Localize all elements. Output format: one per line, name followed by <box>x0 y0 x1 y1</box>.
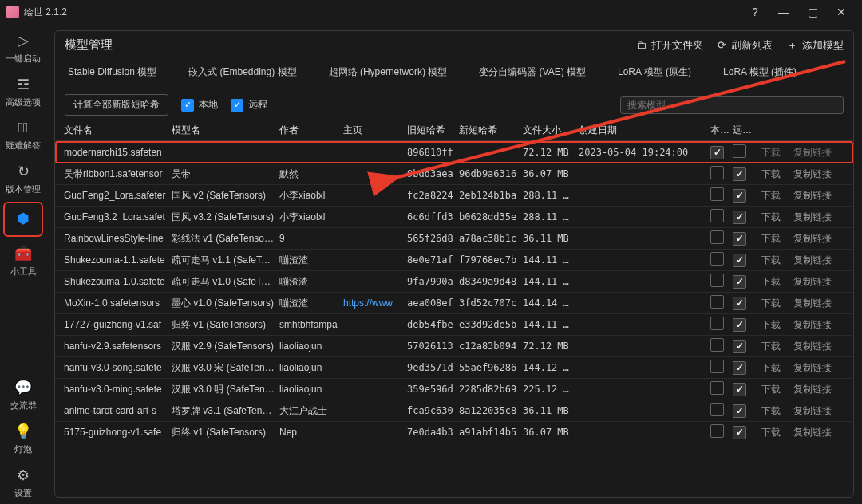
add-model-button[interactable]: ＋添加模型 <box>787 38 844 53</box>
copy-link-button[interactable]: 复制链接 <box>789 340 836 353</box>
col-author[interactable]: 作者 <box>277 124 341 137</box>
download-button[interactable]: 下载 <box>753 340 789 353</box>
table-row[interactable]: 吴带ribbon1.safetensor吴带默然9bdd3aea96db9a63… <box>55 163 853 185</box>
col-size[interactable]: 文件大小 <box>520 124 576 137</box>
cell-local[interactable] <box>708 403 730 419</box>
cell-remote[interactable] <box>730 404 753 418</box>
cell-remote[interactable] <box>730 383 753 396</box>
cell-local[interactable] <box>708 317 730 333</box>
col-local[interactable]: 本地 <box>708 124 730 137</box>
col-remote[interactable]: 远程 <box>730 124 753 137</box>
table-row[interactable]: 5175-guizhong-v1.safe归终 v1 (SafeTensors)… <box>55 422 853 443</box>
remote-filter[interactable]: 远程 <box>231 98 267 112</box>
cell-local[interactable] <box>708 187 730 203</box>
cell-remote[interactable] <box>730 340 753 353</box>
tab-sd[interactable]: Stable Diffusion 模型 <box>68 62 156 82</box>
table-row[interactable]: GuoFeng3.2_Lora.safet国风 v3.2 (SafeTensor… <box>55 207 853 228</box>
table-row[interactable]: Shukezouma-1.0.safete疏可走马 v1.0 (SafeTens… <box>55 271 853 293</box>
sidebar-item-bulb[interactable]: 💡灯泡 <box>0 416 46 460</box>
cell-remote[interactable] <box>730 426 753 439</box>
cell-remote[interactable] <box>730 318 753 332</box>
sidebar-item-chat[interactable]: 💬交流群 <box>0 372 46 416</box>
table-row[interactable]: hanfu-v3.0-ming.safete汉服 v3.0 明 (SafeTen… <box>55 379 853 400</box>
cell-local[interactable] <box>708 252 730 268</box>
cell-remote[interactable] <box>730 254 753 267</box>
tab-lora-plugin[interactable]: LoRA 模型 (插件) <box>723 62 797 82</box>
download-button[interactable]: 下载 <box>753 361 789 375</box>
download-button[interactable]: 下载 <box>753 297 789 310</box>
cell-local[interactable] <box>708 274 730 289</box>
col-date[interactable]: 创建日期 <box>576 124 708 137</box>
sidebar-item-tools[interactable]: 🧰小工具 <box>0 238 46 282</box>
copy-link-button[interactable]: 复制链接 <box>789 146 836 159</box>
table-row[interactable]: anime-tarot-card-art-s塔罗牌 v3.1 (SafeTens… <box>55 400 853 422</box>
copy-link-button[interactable]: 复制链接 <box>789 275 836 289</box>
cell-remote[interactable] <box>730 361 753 375</box>
download-button[interactable]: 下载 <box>753 383 789 396</box>
tab-vae[interactable]: 变分自编码器 (VAE) 模型 <box>479 62 586 82</box>
copy-link-button[interactable]: 复制链接 <box>789 297 836 310</box>
table-row[interactable]: GuoFeng2_Lora.safeter国风 v2 (SafeTensors)… <box>55 185 853 207</box>
download-button[interactable]: 下载 <box>753 211 789 224</box>
copy-link-button[interactable]: 复制链接 <box>789 318 836 332</box>
close-button[interactable]: ✕ <box>827 0 856 24</box>
table-row[interactable]: 17727-guizhong-v1.saf归终 v1 (SafeTensors)… <box>55 314 853 336</box>
sidebar-item-faq[interactable]: ？⃝疑难解答 <box>0 113 46 156</box>
copy-link-button[interactable]: 复制链接 <box>789 426 836 439</box>
tab-embedding[interactable]: 嵌入式 (Embedding) 模型 <box>188 62 296 82</box>
download-button[interactable]: 下载 <box>753 146 789 159</box>
calc-hash-button[interactable]: 计算全部新版短哈希 <box>65 94 168 116</box>
col-filename[interactable]: 文件名 <box>61 124 169 137</box>
table-row[interactable]: hanfu-v2.9.safetensors汉服 v2.9 (SafeTenso… <box>55 336 853 357</box>
maximize-button[interactable]: ▢ <box>798 0 827 24</box>
tab-hypernetwork[interactable]: 超网络 (Hypernetwork) 模型 <box>329 62 448 82</box>
copy-link-button[interactable]: 复制链接 <box>789 361 836 375</box>
sidebar-item-settings[interactable]: ⚙设置 <box>0 460 46 504</box>
minimize-button[interactable]: — <box>769 0 798 24</box>
cell-local[interactable] <box>708 209 730 225</box>
help-button[interactable]: ? <box>741 0 769 24</box>
table-row[interactable]: hanfu-v3.0-song.safete汉服 v3.0 宋 (SafeTen… <box>55 357 853 379</box>
table-row[interactable]: Shukezouma-1.1.safete疏可走马 v1.1 (SafeTens… <box>55 250 853 271</box>
copy-link-button[interactable]: 复制链接 <box>789 167 836 181</box>
cell-remote[interactable] <box>730 232 753 246</box>
copy-link-button[interactable]: 复制链接 <box>789 404 836 418</box>
cell-local[interactable] <box>708 295 730 311</box>
search-input[interactable] <box>620 96 844 114</box>
cell-local[interactable] <box>708 146 730 159</box>
copy-link-button[interactable]: 复制链接 <box>789 211 836 224</box>
copy-link-button[interactable]: 复制链接 <box>789 383 836 396</box>
col-newhash[interactable]: 新短哈希 <box>457 124 520 137</box>
sidebar-item-models[interactable]: ⬢ <box>3 202 43 237</box>
cell-remote[interactable] <box>730 297 753 310</box>
copy-link-button[interactable]: 复制链接 <box>789 254 836 267</box>
cell-local[interactable] <box>708 360 730 376</box>
col-modelname[interactable]: 模型名 <box>169 124 277 137</box>
cell-local[interactable] <box>708 424 730 440</box>
download-button[interactable]: 下载 <box>753 426 789 439</box>
col-oldhash[interactable]: 旧短哈希 <box>405 124 457 137</box>
refresh-button[interactable]: ⟳刷新列表 <box>718 38 773 53</box>
open-folder-button[interactable]: 🗀打开文件夹 <box>636 38 703 53</box>
tab-lora-native[interactable]: LoRA 模型 (原生) <box>618 62 691 82</box>
download-button[interactable]: 下载 <box>753 254 789 267</box>
download-button[interactable]: 下载 <box>753 318 789 332</box>
table-row[interactable]: MoXin-1.0.safetensors墨心 v1.0 (SafeTensor… <box>55 293 853 314</box>
local-filter[interactable]: 本地 <box>181 98 218 112</box>
table-row[interactable]: RainbowLinesStyle-line彩线法 v1 (SafeTensor… <box>55 228 853 250</box>
copy-link-button[interactable]: 复制链接 <box>789 232 836 246</box>
cell-remote[interactable] <box>730 167 753 181</box>
sidebar-item-launch[interactable]: ▷一键启动 <box>0 26 46 69</box>
download-button[interactable]: 下载 <box>753 232 789 246</box>
cell-remote[interactable] <box>730 189 753 203</box>
copy-link-button[interactable]: 复制链接 <box>789 189 836 203</box>
download-button[interactable]: 下载 <box>753 404 789 418</box>
download-button[interactable]: 下载 <box>753 275 789 289</box>
sidebar-item-version[interactable]: ↻版本管理 <box>0 156 46 200</box>
cell-remote[interactable] <box>730 144 753 160</box>
download-button[interactable]: 下载 <box>753 189 789 203</box>
download-button[interactable]: 下载 <box>753 167 789 181</box>
cell-homepage[interactable]: https://www <box>341 297 405 309</box>
cell-remote[interactable] <box>730 211 753 224</box>
cell-local[interactable] <box>708 338 730 354</box>
